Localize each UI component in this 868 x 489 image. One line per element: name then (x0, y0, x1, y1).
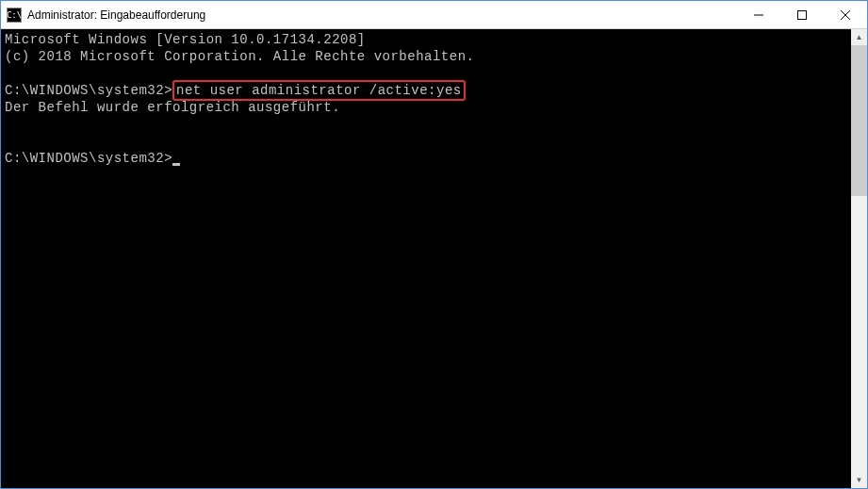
prompt-2: C:\WINDOWS\system32> (5, 151, 172, 166)
vertical-scrollbar[interactable]: ▲ ▼ (851, 29, 867, 488)
version-line: Microsoft Windows [Version 10.0.17134.22… (5, 32, 366, 47)
maximize-button[interactable] (780, 1, 824, 28)
copyright-line: (c) 2018 Microsoft Corporation. Alle Rec… (5, 49, 474, 64)
app-icon: C:\ (7, 8, 22, 23)
terminal-area: Microsoft Windows [Version 10.0.17134.22… (1, 29, 867, 488)
scroll-down-arrow[interactable]: ▼ (851, 472, 867, 488)
result-line: Der Befehl wurde erfolgreich ausgeführt. (5, 100, 340, 115)
prompt-1: C:\WINDOWS\system32> (5, 83, 172, 98)
scroll-up-arrow[interactable]: ▲ (851, 29, 867, 45)
close-button[interactable] (824, 1, 867, 28)
command-prompt-window: C:\ Administrator: Eingabeaufforderung M… (0, 0, 868, 489)
highlighted-command: net user administrator /active:yes (172, 80, 466, 101)
titlebar[interactable]: C:\ Administrator: Eingabeaufforderung (1, 1, 867, 29)
scroll-track[interactable] (851, 45, 867, 472)
scroll-thumb[interactable] (851, 45, 867, 196)
minimize-button[interactable] (737, 1, 780, 28)
svg-rect-1 (798, 10, 807, 19)
window-title: Administrator: Eingabeaufforderung (27, 8, 737, 22)
terminal-output[interactable]: Microsoft Windows [Version 10.0.17134.22… (1, 29, 851, 488)
window-controls (737, 1, 867, 28)
cursor (172, 163, 180, 166)
